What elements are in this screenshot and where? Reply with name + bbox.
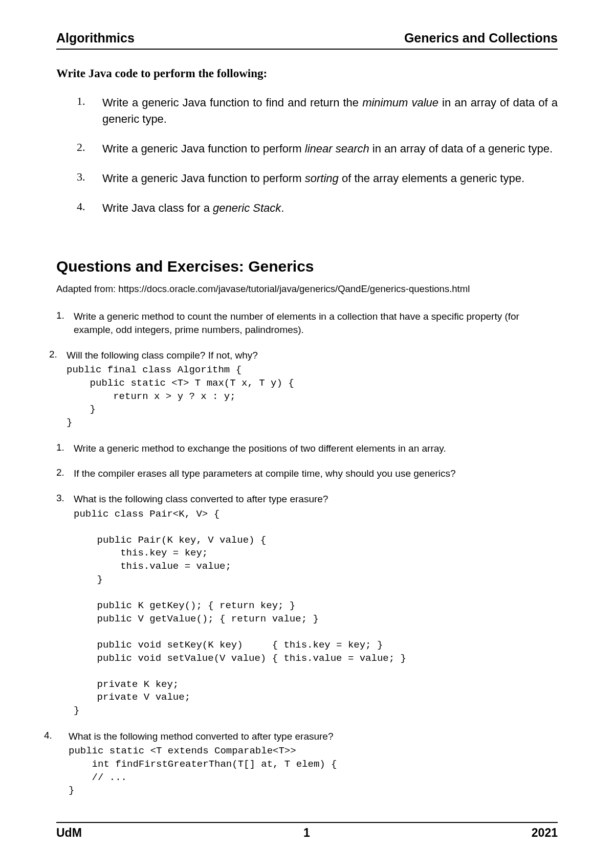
code-block: public final class Algorithm { public st… xyxy=(67,364,558,429)
adapted-from: Adapted from: https://docs.oracle.com/ja… xyxy=(56,283,558,295)
question-number: 4. xyxy=(44,730,69,741)
question-number: 3. xyxy=(56,493,74,504)
task-number: 3. xyxy=(77,170,102,184)
document-page: Algorithmics Generics and Collections Wr… xyxy=(0,0,614,868)
task-number: 2. xyxy=(77,141,102,154)
task-text: Write Java class for a generic Stack. xyxy=(102,200,284,216)
question-text: Will the following class compile? If not… xyxy=(67,349,558,362)
question-number: 2. xyxy=(56,467,74,478)
task-text: Write a generic Java function to find an… xyxy=(102,95,558,127)
question-number: 1. xyxy=(56,442,74,453)
task-item: 4. Write Java class for a generic Stack. xyxy=(77,200,558,216)
footer-right: 2021 xyxy=(532,826,558,840)
question-item: 1. Write a generic method to count the n… xyxy=(56,310,558,336)
task-list: 1. Write a generic Java function to find… xyxy=(56,95,558,216)
question-text: Write a generic method to count the numb… xyxy=(74,310,558,336)
task-text: Write a generic Java function to perform… xyxy=(102,141,553,157)
page-header: Algorithmics Generics and Collections xyxy=(56,31,558,50)
intro-heading: Write Java code to perform the following… xyxy=(56,67,558,80)
question-text: If the compiler erases all type paramete… xyxy=(74,467,558,480)
question-item: 1. Write a generic method to exchange th… xyxy=(56,442,558,455)
question-text: What is the following method converted t… xyxy=(69,730,558,743)
task-text: Write a generic Java function to perform… xyxy=(102,170,524,187)
footer-page-number: 1 xyxy=(303,826,310,840)
section-title: Questions and Exercises: Generics xyxy=(56,258,558,275)
page-footer: UdM 1 2021 xyxy=(56,822,558,840)
code-block: public static <T extends Comparable<T>> … xyxy=(69,745,558,797)
question-item: 3. What is the following class converted… xyxy=(56,493,558,506)
header-left: Algorithmics xyxy=(56,31,135,46)
question-number: 2. xyxy=(49,349,67,360)
task-number: 4. xyxy=(77,200,102,213)
question-item: 2. Will the following class compile? If … xyxy=(49,349,558,362)
code-block: public class Pair<K, V> { public Pair(K … xyxy=(74,508,558,718)
task-number: 1. xyxy=(77,95,102,108)
header-right: Generics and Collections xyxy=(404,31,558,46)
task-item: 1. Write a generic Java function to find… xyxy=(77,95,558,127)
question-text: Write a generic method to exchange the p… xyxy=(74,442,558,455)
task-item: 2. Write a generic Java function to perf… xyxy=(77,141,558,157)
footer-left: UdM xyxy=(56,826,82,840)
question-item: 2. If the compiler erases all type param… xyxy=(56,467,558,480)
question-text: What is the following class converted to… xyxy=(74,493,558,506)
question-list: 1. Write a generic method to count the n… xyxy=(56,310,558,797)
question-item: 4. What is the following method converte… xyxy=(44,730,558,743)
task-item: 3. Write a generic Java function to perf… xyxy=(77,170,558,187)
question-number: 1. xyxy=(56,310,74,321)
